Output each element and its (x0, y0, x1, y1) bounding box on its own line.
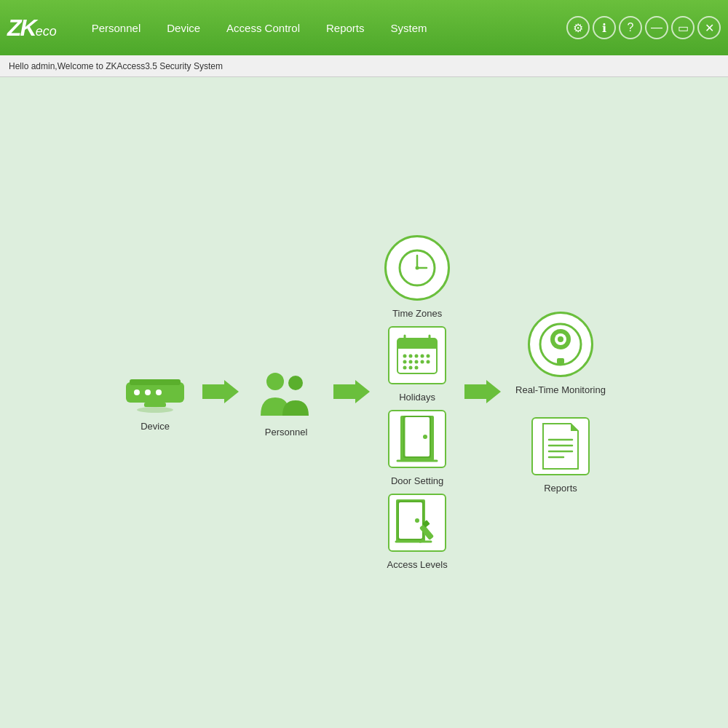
nav-access-control[interactable]: Access Control (213, 16, 313, 40)
real-time-monitoring-icon-circle (528, 312, 593, 377)
door-setting-icon (395, 413, 440, 465)
nav-reports[interactable]: Reports (313, 16, 378, 40)
nav-device[interactable]: Device (154, 16, 213, 40)
svg-point-25 (403, 360, 407, 364)
close-button[interactable]: ✕ (697, 16, 721, 39)
reports-node[interactable]: Reports (531, 417, 590, 494)
svg-point-9 (288, 376, 303, 390)
svg-point-36 (423, 435, 427, 439)
arrow-2-icon (333, 377, 370, 406)
svg-point-30 (403, 366, 407, 370)
titlebar: ZK eco Personnel Device Access Control R… (0, 0, 728, 55)
time-zones-icon (396, 247, 438, 289)
settings-button[interactable]: ⚙ (566, 16, 590, 39)
window-controls: ⚙ ℹ ? — ▭ ✕ (566, 16, 721, 39)
svg-rect-1 (130, 379, 181, 385)
svg-point-3 (145, 389, 151, 395)
nav-personnel[interactable]: Personnel (79, 16, 154, 40)
svg-point-14 (416, 266, 419, 270)
reports-icon (539, 421, 582, 472)
svg-point-8 (266, 373, 284, 390)
personnel-node[interactable]: Personnel (253, 368, 319, 438)
statusbar: Hello admin,Welcome to ZKAccess3.5 Secur… (0, 55, 728, 77)
door-setting-node[interactable]: Door Setting (388, 410, 446, 486)
maximize-button[interactable]: ▭ (671, 16, 695, 39)
access-levels-node[interactable]: Access Levels (387, 494, 448, 570)
arrow-1-icon (202, 377, 239, 406)
svg-rect-17 (397, 346, 437, 349)
personnel-icon (253, 368, 319, 419)
arrow-3-icon (464, 377, 501, 406)
logo-area[interactable]: ZK eco (7, 15, 57, 41)
svg-point-28 (421, 360, 424, 364)
svg-point-32 (415, 366, 419, 370)
door-setting-label: Door Setting (391, 475, 443, 486)
device-label: Device (141, 421, 170, 432)
access-levels-icon (392, 496, 443, 549)
svg-point-21 (409, 355, 413, 358)
access-levels-label: Access Levels (387, 559, 448, 570)
svg-point-4 (156, 389, 162, 395)
svg-marker-47 (464, 380, 501, 403)
help-button[interactable]: ? (619, 16, 642, 39)
svg-point-42 (415, 518, 419, 523)
svg-rect-5 (144, 403, 166, 407)
status-message: Hello admin,Welcome to ZKAccess3.5 Secur… (9, 61, 223, 71)
time-zones-label: Time Zones (392, 308, 442, 319)
holidays-label: Holidays (399, 392, 435, 403)
svg-marker-10 (333, 380, 370, 403)
nav-menu: Personnel Device Access Control Reports … (79, 16, 566, 40)
svg-point-51 (558, 336, 563, 342)
svg-point-22 (415, 355, 419, 358)
svg-point-20 (403, 355, 407, 358)
svg-point-24 (427, 355, 430, 358)
right-column: Real-Time Monitoring Repor (515, 312, 606, 494)
arrow-2 (333, 377, 370, 406)
door-setting-icon-box (388, 410, 446, 468)
time-zones-node[interactable]: Time Zones (384, 235, 450, 319)
minimize-button[interactable]: — (645, 16, 668, 39)
main-content: Device Personnel (0, 77, 728, 728)
nav-system[interactable]: System (378, 16, 440, 40)
logo-teco: eco (36, 24, 57, 39)
access-levels-icon-box (388, 494, 446, 552)
svg-rect-52 (557, 358, 564, 364)
device-node[interactable]: Device (122, 373, 188, 432)
arrow-1 (202, 377, 239, 406)
svg-point-29 (427, 360, 430, 364)
time-zones-icon-circle (384, 235, 450, 301)
reports-icon-box (531, 417, 590, 475)
info-button[interactable]: ℹ (593, 16, 616, 39)
arrow-3 (464, 377, 501, 406)
svg-point-2 (134, 389, 140, 395)
device-icon (122, 373, 188, 414)
svg-point-26 (409, 360, 413, 364)
svg-point-6 (137, 407, 173, 413)
holidays-node[interactable]: Holidays (388, 326, 446, 403)
flow-diagram: Device Personnel (0, 77, 728, 728)
svg-point-31 (409, 366, 413, 370)
svg-marker-7 (202, 380, 239, 403)
holidays-icon (395, 333, 440, 378)
real-time-monitoring-node[interactable]: Real-Time Monitoring (515, 312, 606, 395)
svg-point-23 (421, 355, 424, 358)
svg-point-27 (415, 360, 419, 364)
personnel-label: Personnel (265, 427, 308, 438)
real-time-monitoring-icon (535, 319, 586, 370)
real-time-monitoring-label: Real-Time Monitoring (515, 384, 606, 395)
middle-column: Time Zones (384, 235, 450, 570)
holidays-icon-box (388, 326, 446, 384)
logo-zk: ZK (7, 15, 36, 41)
reports-label: Reports (544, 483, 577, 494)
